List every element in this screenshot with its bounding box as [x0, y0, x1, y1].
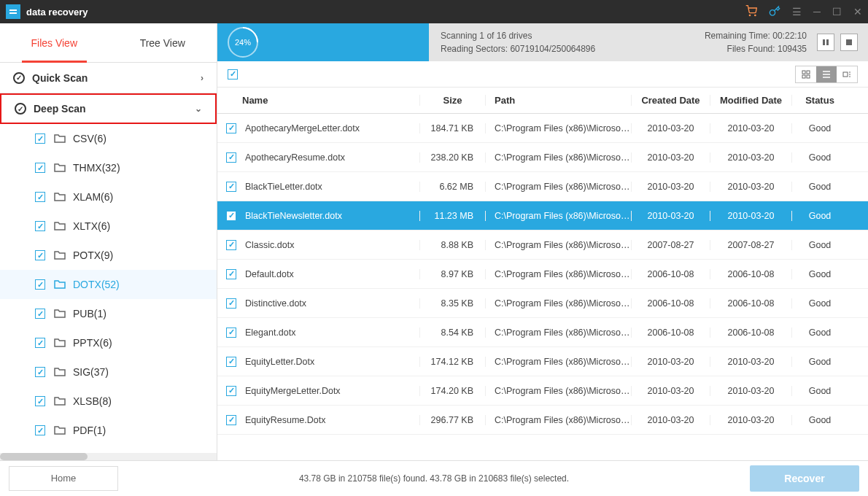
folder-icon: [54, 366, 66, 379]
row-checkbox[interactable]: [226, 386, 236, 396]
col-header-created[interactable]: Created Date: [632, 95, 710, 106]
table-row[interactable]: ApothecaryResume.dotx238.20 KBC:\Program…: [217, 143, 868, 172]
stop-button[interactable]: [840, 34, 858, 51]
file-size: 174.20 KB: [420, 386, 486, 396]
file-size: 8.88 KB: [420, 240, 486, 250]
folder-icon: [54, 249, 66, 262]
filetype-row[interactable]: DOTX(52): [0, 270, 217, 299]
scan-progress-bar: 24% Scanning 1 of 16 drives Reading Sect…: [217, 23, 868, 61]
quick-scan-row[interactable]: Quick Scan ›: [0, 63, 217, 93]
filetype-label: DOTX(52): [73, 279, 120, 290]
row-checkbox[interactable]: [226, 415, 236, 425]
folder-icon: [54, 133, 66, 145]
row-checkbox[interactable]: [226, 211, 236, 221]
grid-view-button[interactable]: [796, 66, 816, 82]
filetype-checkbox[interactable]: [35, 163, 45, 173]
file-created: 2010-03-20: [632, 152, 710, 163]
file-size: 296.77 KB: [420, 415, 486, 425]
recover-button[interactable]: Recover: [750, 465, 859, 492]
filetype-label: PUB(1): [73, 308, 106, 319]
file-name: ApothecaryMergeLetter.dotx: [245, 123, 360, 133]
file-path: C:\Program Files (x86)\Microsoft ...: [486, 357, 632, 367]
minimize-icon[interactable]: ─: [813, 6, 821, 18]
detail-view-button[interactable]: [837, 66, 857, 82]
file-modified: 2006-10-08: [710, 328, 792, 338]
close-icon[interactable]: ✕: [853, 6, 862, 18]
svg-rect-9: [802, 75, 805, 78]
filetype-checkbox[interactable]: [35, 338, 45, 348]
filetype-checkbox[interactable]: [35, 192, 45, 202]
filetype-checkbox[interactable]: [35, 367, 45, 377]
file-path: C:\Program Files (x86)\Microsoft ...: [486, 182, 632, 192]
table-row[interactable]: EquityMergeLetter.Dotx174.20 KBC:\Progra…: [217, 376, 868, 406]
row-checkbox[interactable]: [226, 269, 236, 279]
table-row[interactable]: Default.dotx8.97 KBC:\Program Files (x86…: [217, 260, 868, 289]
filetype-checkbox[interactable]: [35, 425, 45, 435]
filetype-checkbox[interactable]: [35, 133, 45, 144]
row-checkbox[interactable]: [226, 328, 236, 338]
file-created: 2006-10-08: [632, 269, 710, 279]
file-created: 2010-03-20: [632, 123, 710, 133]
filetype-checkbox[interactable]: [35, 309, 45, 319]
pause-button[interactable]: [817, 34, 834, 51]
select-all-checkbox[interactable]: [228, 69, 238, 80]
row-checkbox[interactable]: [226, 298, 236, 309]
key-icon[interactable]: [769, 5, 780, 19]
file-size: 8.97 KB: [420, 269, 486, 279]
filetype-row[interactable]: XLAM(6): [0, 182, 217, 212]
filetype-row[interactable]: POTX(9): [0, 241, 217, 270]
file-name: EquityMergeLetter.Dotx: [245, 386, 341, 396]
home-button[interactable]: Home: [9, 466, 118, 491]
col-header-size[interactable]: Size: [420, 95, 486, 106]
titlebar-controls: ☰ ─ ☐ ✕: [745, 5, 862, 19]
filetype-row[interactable]: XLTX(6): [0, 212, 217, 241]
filetype-row[interactable]: THMX(32): [0, 153, 217, 182]
cart-icon[interactable]: [745, 5, 757, 19]
col-header-name[interactable]: Name: [217, 95, 420, 106]
filetype-checkbox[interactable]: [35, 221, 45, 231]
file-name: EquityResume.Dotx: [245, 415, 325, 425]
table-row[interactable]: Classic.dotx8.88 KBC:\Program Files (x86…: [217, 230, 868, 260]
filetype-checkbox[interactable]: [35, 279, 45, 290]
row-checkbox[interactable]: [226, 152, 236, 163]
filetype-label: PDF(1): [73, 425, 106, 436]
row-checkbox[interactable]: [226, 357, 236, 367]
file-modified: 2007-08-27: [710, 240, 792, 250]
folder-icon: [54, 395, 66, 408]
deep-scan-label: Deep Scan: [34, 103, 86, 115]
table-row[interactable]: Elegant.dotx8.54 KBC:\Program Files (x86…: [217, 318, 868, 347]
filetype-row[interactable]: PUB(1): [0, 299, 217, 328]
table-row[interactable]: EquityLetter.Dotx174.12 KBC:\Program Fil…: [217, 347, 868, 376]
list-view-button[interactable]: [816, 66, 837, 82]
deep-scan-row[interactable]: Deep Scan ⌄: [0, 93, 217, 124]
table-row[interactable]: BlackTieNewsletter.dotx11.23 MBC:\Progra…: [217, 201, 868, 230]
table-row[interactable]: Distinctive.dotx8.35 KBC:\Program Files …: [217, 289, 868, 318]
filetype-label: CSV(6): [73, 133, 106, 144]
filetype-checkbox[interactable]: [35, 250, 45, 260]
table-row[interactable]: BlackTieLetter.dotx6.62 MBC:\Program Fil…: [217, 172, 868, 201]
scan-progress-left: 24%: [217, 23, 429, 61]
filetype-checkbox[interactable]: [35, 396, 45, 406]
filetype-row[interactable]: CSV(6): [0, 124, 217, 153]
row-checkbox[interactable]: [226, 123, 236, 133]
tab-files-view[interactable]: Files View: [0, 23, 109, 62]
maximize-icon[interactable]: ☐: [832, 6, 842, 18]
file-created: 2006-10-08: [632, 298, 710, 309]
table-row[interactable]: ApothecaryMergeLetter.dotx184.71 KBC:\Pr…: [217, 114, 868, 143]
horizontal-scrollbar[interactable]: [0, 453, 217, 460]
col-header-status[interactable]: Status: [792, 95, 848, 106]
filetype-row[interactable]: XLSB(8): [0, 387, 217, 416]
filetype-row[interactable]: PDF(1): [0, 416, 217, 445]
col-header-modified[interactable]: Modified Date: [710, 95, 792, 106]
folder-icon: [54, 220, 66, 233]
filetype-row[interactable]: SIG(37): [0, 357, 217, 387]
file-size: 238.20 KB: [420, 152, 486, 163]
filetype-row[interactable]: PPTX(6): [0, 328, 217, 357]
svg-point-2: [749, 15, 750, 15]
row-checkbox[interactable]: [226, 182, 236, 192]
tab-tree-view[interactable]: Tree View: [109, 23, 217, 62]
table-row[interactable]: EquityResume.Dotx296.77 KBC:\Program Fil…: [217, 406, 868, 435]
col-header-path[interactable]: Path: [486, 95, 632, 106]
row-checkbox[interactable]: [226, 240, 236, 250]
menu-icon[interactable]: ☰: [792, 6, 802, 18]
